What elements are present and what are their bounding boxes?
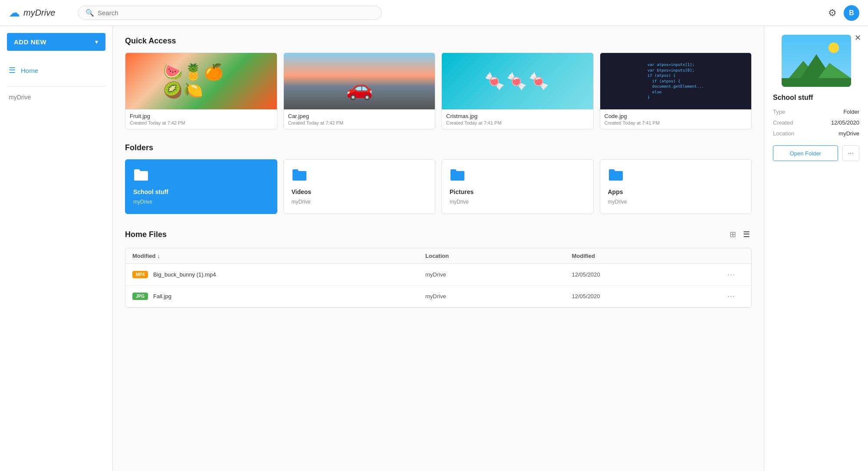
detail-thumb-svg [782,35,851,87]
app-name: myDrive [23,8,55,18]
sidebar-item-label: Home [21,67,38,74]
folder-name: Apps [608,188,744,195]
detail-close-button[interactable]: ✕ [855,33,861,43]
search-icon: 🔍 [85,9,94,17]
add-new-arrow-icon: ▼ [88,34,105,50]
main-content: Quick Access Fruit.jpg Created Today at … [113,26,764,471]
folder-location: myDrive [608,199,744,205]
thumb-car [284,53,435,109]
created-label: Created [773,119,793,126]
detail-folder-name: School stuff [773,94,859,102]
quick-access-grid: Fruit.jpg Created Today at 7:42 PM Car.j… [125,53,752,129]
file-modified: 12/05/2020 [572,293,719,300]
add-new-button[interactable]: ADD NEW ▼ [7,33,105,51]
location-label: Location [773,130,794,137]
sidebar-divider [7,86,105,87]
file-more-button[interactable]: ··· [718,270,744,279]
table-row: MP4 Big_buck_bunny (1).mp4 myDrive 12/05… [125,264,751,286]
app-header: ☁ myDrive 🔍 ⚙ B [0,0,868,26]
home-files-title: Home Files [125,230,167,239]
col-header-actions [718,253,744,259]
folder-name: School stuff [133,188,269,195]
location-value: myDrive [838,130,859,137]
folder-location: myDrive [450,199,585,205]
quick-item-car[interactable]: Car.jpeg Created Today at 7:42 PM [283,53,436,129]
folder-item-videos[interactable]: Videos myDrive [283,159,436,214]
logo: ☁ myDrive [9,6,69,20]
file-name-cell: JPG Fall.jpg [132,293,425,300]
folder-svg-icon [292,168,307,181]
cloud-icon: ☁ [9,6,20,20]
detail-meta-created: Created 12/05/2020 [773,119,859,126]
folders-title: Folders [125,143,752,152]
folders-grid: School stuff myDrive Videos myDrive [125,159,752,214]
header-right: ⚙ B [828,5,859,21]
file-name-cell: MP4 Big_buck_bunny (1).mp4 [132,271,425,278]
svg-point-1 [829,43,839,53]
table-row: JPG Fall.jpg myDrive 12/05/2020 ··· [125,286,751,307]
folder-svg-icon [450,168,465,181]
col-header-modified: Modified [572,253,719,259]
sidebar-nav: ☰ Home [0,58,112,83]
settings-button[interactable]: ⚙ [828,7,837,19]
folder-icon [450,168,585,185]
folder-icon [133,168,269,185]
open-folder-button[interactable]: Open Folder [773,145,838,161]
file-more-button[interactable]: ··· [718,292,744,301]
folder-item-school[interactable]: School stuff myDrive [125,159,277,214]
detail-panel: ✕ School stuff [764,26,868,471]
folder-icon [292,168,427,185]
created-value: 12/05/2020 [831,119,859,126]
thumb-code: var atpos=inputs[1]; var btpos=inputs[0]… [600,53,752,109]
thumb-fruit [125,53,277,109]
sidebar: ADD NEW ▼ ☰ Home myDrive [0,26,113,471]
quick-item-xmas[interactable]: Cristmas.jpg Created Today at 7:41 PM [441,53,594,129]
sidebar-item-home[interactable]: ☰ Home [0,61,112,79]
code-preview-text: var atpos=inputs[1]; var btpos=inputs[0]… [644,59,707,104]
file-badge-mp4: MP4 [132,271,148,278]
file-location: myDrive [425,293,572,300]
detail-actions: Open Folder ··· [773,145,859,161]
folder-name: Videos [292,188,427,195]
folder-svg-icon [133,168,149,181]
type-label: Type [773,109,785,115]
thumb-xmas [442,53,593,109]
quick-item-fruit[interactable]: Fruit.jpg Created Today at 7:42 PM [125,53,277,129]
folder-item-apps[interactable]: Apps myDrive [600,159,752,214]
avatar[interactable]: B [844,5,859,21]
detail-more-button[interactable]: ··· [842,145,859,161]
folder-name: Pictures [450,188,585,195]
quick-access-title: Quick Access [125,36,752,46]
detail-meta: Type Folder Created 12/05/2020 Location … [773,109,859,137]
grid-view-button[interactable]: ⊞ [728,228,738,241]
folder-item-pictures[interactable]: Pictures myDrive [441,159,594,214]
col-header-name: Modified ↓ [132,253,425,259]
col-header-location: Location [425,253,572,259]
files-table: Modified ↓ Location Modified MP4 Big_buc… [125,248,752,308]
detail-meta-type: Type Folder [773,109,859,115]
quick-item-date: Created Today at 7:42 PM [130,120,273,125]
folder-location: myDrive [292,199,427,205]
quick-item-name: Cristmas.jpg [446,113,589,119]
quick-item-date: Created Today at 7:42 PM [288,120,431,125]
home-files-section: Home Files ⊞ ☰ Modified ↓ Location Modif… [125,228,752,308]
quick-access-section: Quick Access Fruit.jpg Created Today at … [125,36,752,129]
folder-svg-icon [608,168,624,181]
folder-icon [608,168,744,185]
add-new-label: ADD NEW [7,33,88,51]
main-layout: ADD NEW ▼ ☰ Home myDrive Quick Access Fr… [0,26,868,471]
file-name: Big_buck_bunny (1).mp4 [153,271,216,278]
quick-item-code[interactable]: var atpos=inputs[1]; var btpos=inputs[0]… [600,53,752,129]
quick-item-name: Fruit.jpg [130,113,273,119]
detail-thumbnail [782,35,851,87]
svg-rect-5 [782,78,851,87]
list-view-button[interactable]: ☰ [741,228,752,241]
search-bar[interactable]: 🔍 [78,6,382,20]
detail-meta-location: Location myDrive [773,130,859,137]
search-input[interactable] [98,9,375,16]
folder-location: myDrive [133,199,269,205]
type-value: Folder [843,109,859,115]
files-table-header: Modified ↓ Location Modified [125,248,751,264]
file-location: myDrive [425,271,572,278]
quick-item-date: Created Today at 7:41 PM [605,120,747,125]
